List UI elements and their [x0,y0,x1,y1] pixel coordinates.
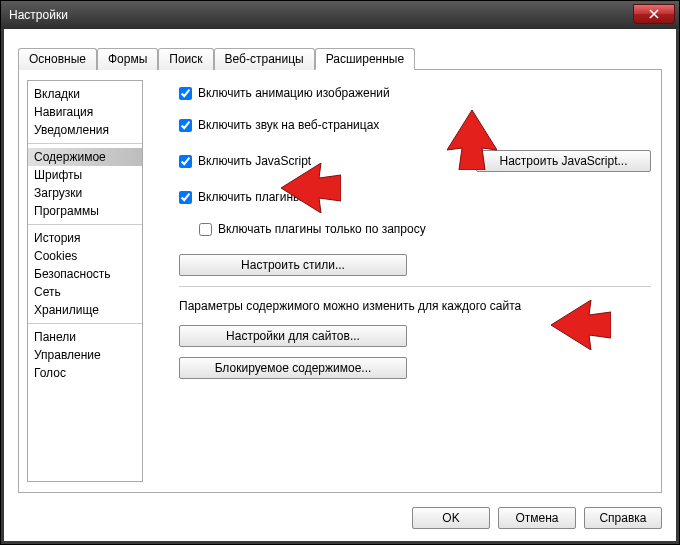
tab-webpages[interactable]: Веб-страницы [214,48,315,70]
tab-panel-advanced: Вкладки Навигация Уведомления Содержимое… [18,69,662,493]
label-enable-plugins: Включить плагины [198,190,302,204]
divider [179,286,651,287]
blocked-content-block: Блокируемое содержимое... [179,357,651,379]
row-plugins-on-demand: Включать плагины только по запросу [199,222,651,236]
sidebar-group-1: Содержимое Шрифты Загрузки Программы [28,144,142,225]
dialog-title: Настройки [9,8,68,22]
tab-advanced[interactable]: Расширенные [315,48,416,70]
help-button[interactable]: Справка [584,507,662,529]
checkbox-enable-sound[interactable] [179,119,192,132]
configure-js-button[interactable]: Настроить JavaScript... [476,150,651,172]
sidebar-item-content[interactable]: Содержимое [28,148,142,166]
sidebar-item-voice[interactable]: Голос [28,364,142,382]
row-enable-js: Включить JavaScript Настроить JavaScript… [179,150,651,172]
close-button[interactable] [633,4,675,24]
sidebar: Вкладки Навигация Уведомления Содержимое… [27,80,143,482]
styles-button-block: Настроить стили... [179,254,651,276]
content-pane: Включить анимацию изображений Включить з… [151,80,651,482]
tab-main[interactable]: Основные [18,48,97,70]
row-enable-sound: Включить звук на веб-страницах [179,118,651,132]
checkbox-enable-plugins[interactable] [179,191,192,204]
sidebar-item-downloads[interactable]: Загрузки [28,184,142,202]
sidebar-group-3: Панели Управление Голос [28,324,142,386]
close-icon [649,9,659,19]
sidebar-item-programs[interactable]: Программы [28,202,142,220]
tab-search[interactable]: Поиск [158,48,213,70]
sidebar-item-fonts[interactable]: Шрифты [28,166,142,184]
sidebar-item-notifications[interactable]: Уведомления [28,121,142,139]
sidebar-item-cookies[interactable]: Cookies [28,247,142,265]
site-settings-button[interactable]: Настройки для сайтов... [179,325,407,347]
label-plugins-on-demand: Включать плагины только по запросу [218,222,426,236]
row-enable-animation: Включить анимацию изображений [179,86,651,100]
sidebar-group-0: Вкладки Навигация Уведомления [28,81,142,144]
cancel-button[interactable]: Отмена [498,507,576,529]
tab-area: Основные Формы Поиск Веб-страницы Расшир… [18,47,662,493]
dialog-button-bar: OK Отмена Справка [412,507,662,529]
tab-forms[interactable]: Формы [97,48,158,70]
checkbox-enable-animation[interactable] [179,87,192,100]
ok-button[interactable]: OK [412,507,490,529]
checkbox-plugins-on-demand[interactable] [199,223,212,236]
tab-strip: Основные Формы Поиск Веб-страницы Расшир… [18,47,662,69]
sidebar-item-network[interactable]: Сеть [28,283,142,301]
site-settings-block: Настройки для сайтов... [179,325,651,347]
sidebar-item-storage[interactable]: Хранилище [28,301,142,319]
blocked-content-button[interactable]: Блокируемое содержимое... [179,357,407,379]
label-enable-sound: Включить звук на веб-страницах [198,118,379,132]
configure-styles-button[interactable]: Настроить стили... [179,254,407,276]
label-enable-animation: Включить анимацию изображений [198,86,390,100]
sidebar-item-management[interactable]: Управление [28,346,142,364]
checkbox-enable-js[interactable] [179,155,192,168]
sidebar-item-tabs[interactable]: Вкладки [28,85,142,103]
sidebar-item-history[interactable]: История [28,229,142,247]
row-enable-plugins: Включить плагины [179,190,651,204]
dialog-body: Основные Формы Поиск Веб-страницы Расшир… [1,29,679,544]
per-site-text: Параметры содержимого можно изменить для… [179,299,651,313]
titlebar: Настройки [1,1,679,29]
sidebar-item-security[interactable]: Безопасность [28,265,142,283]
sidebar-item-panels[interactable]: Панели [28,328,142,346]
settings-dialog: Настройки Основные Формы Поиск Веб-стран… [0,0,680,545]
sidebar-item-navigation[interactable]: Навигация [28,103,142,121]
sidebar-group-2: История Cookies Безопасность Сеть Хранил… [28,225,142,324]
label-enable-js: Включить JavaScript [198,154,311,168]
